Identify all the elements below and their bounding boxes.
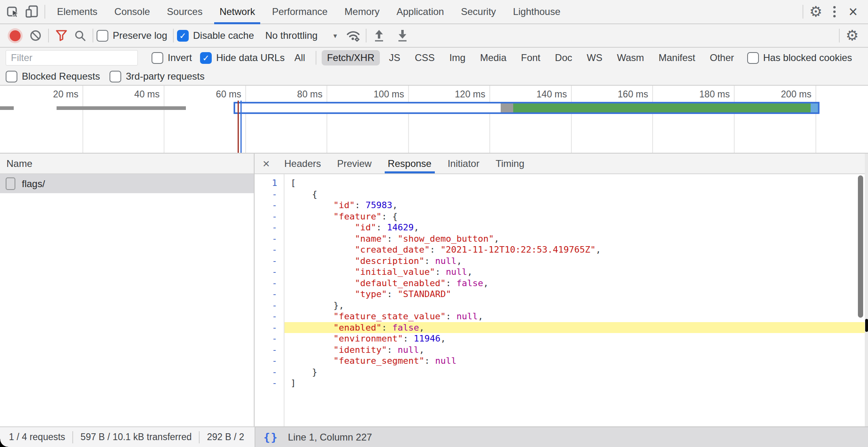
import-har-icon[interactable] (370, 26, 388, 45)
code-line: "feature_segment": null (284, 355, 868, 367)
timeline-gridline (489, 86, 490, 153)
timeline-tick-label: 140 ms (506, 89, 567, 100)
gutter-line-number: - (255, 189, 284, 200)
clear-network-log-icon[interactable] (26, 26, 45, 45)
tab-application[interactable]: Application (388, 0, 452, 23)
detail-tab-response[interactable]: Response (380, 154, 440, 173)
tab-memory[interactable]: Memory (336, 0, 388, 23)
source-position-bar: {} Line 1, Column 227 (255, 426, 868, 447)
has-blocked-cookies-label[interactable]: Has blocked cookies (763, 52, 852, 63)
gutter-line-number: - (255, 355, 284, 367)
detail-tab-headers[interactable]: Headers (276, 154, 329, 173)
detail-tab-timing[interactable]: Timing (487, 154, 532, 173)
network-settings-gear-icon[interactable]: ⚙ (843, 26, 862, 45)
tab-lighthouse[interactable]: Lighthouse (504, 0, 569, 23)
code-line: [ (284, 177, 868, 189)
inspect-element-icon[interactable] (4, 2, 23, 21)
invert-label[interactable]: Invert (168, 52, 192, 63)
blocked-requests-label[interactable]: Blocked Requests (22, 71, 100, 82)
filter-type-media[interactable]: Media (475, 50, 512, 65)
filter-type-doc[interactable]: Doc (550, 50, 577, 65)
response-viewer[interactable]: 1------------------ [ { "id": 75983, "fe… (255, 174, 868, 426)
filter-type-other[interactable]: Other (704, 50, 739, 65)
settings-gear-icon[interactable]: ⚙ (807, 2, 825, 21)
export-har-icon[interactable] (393, 26, 412, 45)
gutter-line-number: - (255, 311, 284, 322)
invert-checkbox[interactable] (152, 52, 163, 64)
timeline-tick-label: 40 ms (99, 89, 160, 100)
divider (199, 431, 200, 443)
filter-funnel-icon[interactable] (52, 26, 71, 45)
pretty-print-icon[interactable]: {} (263, 431, 278, 443)
close-devtools-icon[interactable]: × (844, 2, 862, 21)
waterfall-segment (501, 103, 513, 112)
gutter-line-number: - (255, 266, 284, 278)
request-row[interactable]: flags/ (0, 174, 254, 193)
gutter-line-number: - (255, 377, 284, 389)
chevron-down-icon: ▼ (332, 32, 338, 39)
hide-data-urls-checkbox[interactable]: ✓ (200, 52, 212, 64)
window-corner (0, 439, 8, 447)
preserve-log-checkbox[interactable] (97, 30, 108, 42)
code-line: "initial_value": null, (284, 266, 868, 278)
timeline-tick-label: 120 ms (425, 89, 485, 100)
device-toolbar-icon[interactable] (23, 2, 41, 21)
filter-type-all[interactable]: All (289, 50, 310, 65)
filter-type-manifest[interactable]: Manifest (653, 50, 701, 65)
filter-input[interactable] (6, 50, 138, 65)
record-network-log-button[interactable] (10, 30, 21, 41)
waterfall-segment (811, 103, 818, 112)
request-name: flags/ (22, 178, 45, 190)
filter-type-css[interactable]: CSS (410, 50, 440, 65)
filter-type-wasm[interactable]: Wasm (612, 50, 649, 65)
filter-type-fetch-xhr[interactable]: Fetch/XHR (322, 50, 379, 65)
waterfall-segment (513, 103, 811, 112)
more-options-kebab-icon[interactable] (825, 2, 844, 21)
search-icon[interactable] (71, 26, 89, 45)
third-party-requests-checkbox[interactable] (110, 71, 121, 82)
code-line: "name": "show_demo_button", (284, 233, 868, 245)
throttling-select[interactable]: No throttling ▼ (265, 30, 338, 41)
filter-type-img[interactable]: Img (444, 50, 471, 65)
code-line: "created_date": "2021-11-12T10:22:53.419… (284, 244, 868, 255)
throttling-value: No throttling (265, 30, 317, 41)
filter-type-js[interactable]: JS (384, 50, 406, 65)
divider (93, 29, 93, 42)
detail-tab-preview[interactable]: Preview (329, 154, 379, 173)
name-header-label: Name (6, 158, 32, 169)
request-type-filters: AllFetch/XHRJSCSSImgMediaFontDocWSWasmMa… (287, 50, 741, 65)
filter-type-font[interactable]: Font (516, 50, 546, 65)
timeline-tick-label: 80 ms (262, 89, 322, 100)
divider (366, 29, 367, 42)
detail-tab-initiator[interactable]: Initiator (440, 154, 488, 173)
gutter-line-number: - (255, 344, 284, 356)
gutter-line-number: - (255, 255, 284, 267)
code-line: "environment": 11946, (284, 333, 868, 344)
hide-data-urls-label[interactable]: Hide data URLs (216, 52, 284, 63)
network-overview-timeline[interactable]: 20 ms40 ms60 ms80 ms100 ms120 ms140 ms16… (0, 86, 868, 154)
network-conditions-icon[interactable] (344, 26, 362, 45)
tab-performance[interactable]: Performance (263, 0, 336, 23)
preserve-log-label[interactable]: Preserve log (113, 30, 167, 41)
timeline-gridline (815, 86, 816, 153)
tab-sources[interactable]: Sources (158, 0, 211, 23)
timeline-tick-label: 100 ms (343, 89, 404, 100)
detail-tab-bar: × HeadersPreviewResponseInitiatorTiming (255, 154, 868, 174)
response-scrollbar-thumb[interactable] (858, 175, 863, 318)
tab-elements[interactable]: Elements (48, 0, 106, 23)
blocked-requests-checkbox[interactable] (6, 71, 17, 82)
disable-cache-label[interactable]: Disable cache (193, 30, 254, 41)
close-detail-icon[interactable]: × (256, 158, 276, 170)
third-party-requests-label[interactable]: 3rd-party requests (126, 71, 204, 82)
has-blocked-cookies-checkbox[interactable] (747, 52, 759, 64)
filter-type-ws[interactable]: WS (581, 50, 608, 65)
tab-security[interactable]: Security (453, 0, 505, 23)
request-timing-bar (0, 106, 14, 110)
load-event-line (238, 101, 239, 153)
disable-cache-checkbox[interactable]: ✓ (177, 30, 189, 42)
tab-network[interactable]: Network (211, 0, 263, 23)
window-scrollbar-thumb[interactable] (865, 319, 868, 332)
code-line: "id": 14629, (284, 222, 868, 233)
tab-console[interactable]: Console (106, 0, 158, 23)
requests-name-column-header[interactable]: Name (0, 154, 254, 174)
